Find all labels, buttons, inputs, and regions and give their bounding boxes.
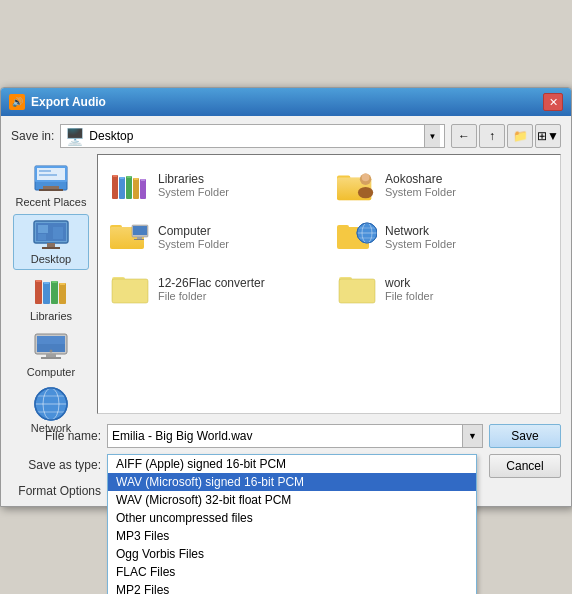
file-aokoshare-type: System Folder [385,186,456,198]
svg-point-48 [358,187,373,198]
save-type-dropdown: AIFF (Apple) signed 16-bit PCM WAV (Micr… [107,454,477,594]
svg-rect-5 [43,186,59,189]
libraries-label: Libraries [30,310,72,322]
dialog-body: Save in: 🖥️ Desktop ▼ ← ↑ 📁 ⊞▼ [1,116,571,506]
network-icon [33,388,69,420]
save-type-label: Save as type: [11,454,101,472]
svg-rect-18 [36,280,41,282]
file-network-info: Network System Folder [385,224,456,250]
svg-rect-20 [52,281,57,283]
file-aokoshare-icon [337,167,377,203]
file-item-aokoshare[interactable]: Aokoshare System Folder [333,163,552,207]
svg-rect-25 [46,354,56,357]
svg-rect-10 [38,234,46,240]
save-type-container: WAV (Microsoft) signed 16-bit PCM ▼ AIFF… [107,454,477,478]
file-flac-info: 12-26Flac converter File folder [158,276,265,302]
save-in-arrow[interactable]: ▼ [424,125,440,147]
desktop-label: Desktop [31,253,71,265]
file-panel: Libraries System Folder [97,154,561,414]
save-button[interactable]: Save [489,424,561,448]
svg-rect-12 [47,243,55,247]
svg-rect-13 [42,247,60,249]
file-work-name: work [385,276,433,290]
file-item-flac[interactable]: 12-26Flac converter File folder [106,267,325,311]
export-audio-dialog: 🔊 Export Audio ✕ Save in: 🖥️ Desktop ▼ ←… [0,87,572,507]
svg-rect-14 [35,280,42,304]
computer-sidebar-icon [33,332,69,364]
file-item-work[interactable]: work File folder [333,267,552,311]
filename-row: File name: Emilia - Big Big World.wav ▼ … [11,424,561,448]
sidebar-item-libraries[interactable]: Libraries [13,272,89,326]
title-bar: 🔊 Export Audio ✕ [1,88,571,116]
svg-rect-43 [141,179,145,181]
svg-rect-55 [137,237,142,239]
file-item-network[interactable]: Network System Folder [333,215,552,259]
svg-rect-54 [133,226,147,235]
save-in-value: Desktop [89,129,420,143]
file-network-name: Network [385,224,456,238]
svg-point-49 [362,174,370,182]
dialog-icon: 🔊 [9,94,25,110]
main-content: Recent Places [11,154,561,414]
dropdown-item-mp3[interactable]: MP3 Files [108,527,476,545]
file-work-icon [337,271,377,307]
sidebar-item-computer[interactable]: Computer [13,328,89,382]
filename-combo[interactable]: Emilia - Big Big World.wav ▼ [107,424,483,448]
sidebar-item-desktop[interactable]: Desktop [13,214,89,270]
file-flac-icon [110,271,150,307]
back-button[interactable]: ← [451,124,477,148]
dropdown-item-aiff[interactable]: AIFF (Apple) signed 16-bit PCM [108,455,476,473]
title-bar-left: 🔊 Export Audio [9,94,106,110]
svg-rect-9 [38,225,48,233]
svg-rect-26 [41,357,61,359]
desktop-icon [33,219,69,251]
svg-rect-41 [127,176,131,178]
file-aokoshare-name: Aokoshare [385,172,456,186]
file-work-info: work File folder [385,276,433,302]
new-folder-button[interactable]: 📁 [507,124,533,148]
dropdown-item-mp2[interactable]: MP2 Files [108,581,476,594]
sidebar: Recent Places [11,154,91,414]
filename-label: File name: [11,429,101,443]
file-computer-info: Computer System Folder [158,224,229,250]
svg-rect-15 [43,282,50,304]
cancel-button[interactable]: Cancel [489,454,561,478]
svg-rect-40 [120,177,124,179]
file-computer-icon [110,219,150,255]
dropdown-item-wav16[interactable]: WAV (Microsoft) signed 16-bit PCM [108,473,476,491]
file-libraries-info: Libraries System Folder [158,172,229,198]
recent-places-label: Recent Places [16,196,87,208]
computer-label: Computer [27,366,75,378]
save-in-label: Save in: [11,129,54,143]
file-flac-name: 12-26Flac converter [158,276,265,290]
svg-rect-66 [112,277,125,283]
save-in-row: Save in: 🖥️ Desktop ▼ ← ↑ 📁 ⊞▼ [11,124,561,148]
file-computer-type: System Folder [158,238,229,250]
save-type-row: Save as type: WAV (Microsoft) signed 16-… [11,454,561,478]
dropdown-item-wav32[interactable]: WAV (Microsoft) 32-bit float PCM [108,491,476,509]
dropdown-item-ogg[interactable]: Ogg Vorbis Files [108,545,476,563]
file-item-computer[interactable]: Computer System Folder [106,215,325,259]
up-button[interactable]: ↑ [479,124,505,148]
svg-rect-3 [39,170,51,172]
svg-point-27 [50,350,53,353]
close-button[interactable]: ✕ [543,93,563,111]
svg-rect-42 [134,178,138,180]
dropdown-item-other[interactable]: Other uncompressed files [108,509,476,527]
views-button[interactable]: ⊞▼ [535,124,561,148]
file-network-type: System Folder [385,238,456,250]
bottom-form: File name: Emilia - Big Big World.wav ▼ … [11,420,561,498]
svg-rect-11 [53,227,63,239]
svg-rect-38 [140,179,146,199]
svg-rect-16 [51,281,58,304]
recent-places-icon [33,162,69,194]
dropdown-item-flac[interactable]: FLAC Files [108,563,476,581]
file-flac-type: File folder [158,290,265,302]
file-item-libraries[interactable]: Libraries System Folder [106,163,325,207]
filename-arrow[interactable]: ▼ [462,425,482,447]
save-in-combo[interactable]: 🖥️ Desktop ▼ [60,124,445,148]
svg-rect-36 [126,176,132,199]
file-computer-name: Computer [158,224,229,238]
sidebar-item-recent-places[interactable]: Recent Places [13,158,89,212]
svg-rect-19 [44,282,49,284]
